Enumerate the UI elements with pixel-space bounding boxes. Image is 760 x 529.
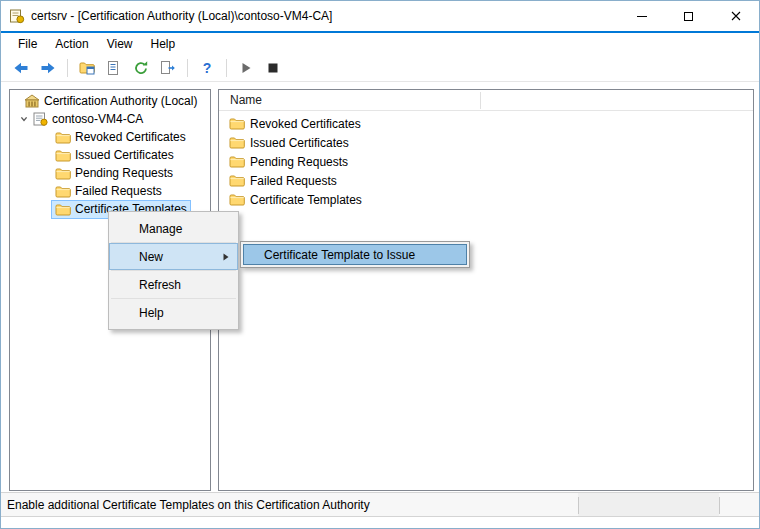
folder-icon <box>55 185 71 198</box>
app-icon <box>9 8 25 24</box>
console-tree-icon[interactable] <box>77 58 97 78</box>
tree-item-label: Certification Authority (Local) <box>44 94 197 108</box>
toolbar-separator <box>226 59 227 77</box>
tree-item-issued-certificates[interactable]: Issued Certificates <box>10 146 210 164</box>
toolbar-separator <box>187 59 188 77</box>
status-divider <box>719 497 720 514</box>
back-icon[interactable] <box>11 58 31 78</box>
folder-icon <box>229 174 245 187</box>
list-item-revoked-certificates[interactable]: Revoked Certificates <box>219 114 753 133</box>
stop-service-icon[interactable] <box>263 58 283 78</box>
tree-item-failed-requests[interactable]: Failed Requests <box>10 182 210 200</box>
submenu-item-certificate-template-to-issue[interactable]: Certificate Template to Issue <box>243 244 467 265</box>
minimize-button[interactable] <box>618 1 665 31</box>
context-menu-item-help[interactable]: Help <box>109 299 238 326</box>
forward-icon[interactable] <box>38 58 58 78</box>
submenu-arrow-icon <box>223 253 229 261</box>
folder-icon <box>55 167 71 180</box>
window-controls <box>618 1 759 31</box>
list-item-label: Failed Requests <box>250 174 337 188</box>
tree-item-label: Revoked Certificates <box>75 130 186 144</box>
certification-authority-icon <box>24 94 40 108</box>
folder-icon <box>55 203 71 216</box>
menu-view[interactable]: View <box>98 34 142 54</box>
export-list-icon[interactable] <box>104 58 124 78</box>
list-item-certificate-templates[interactable]: Certificate Templates <box>219 190 753 209</box>
results-pane: Name Revoked Certificates Issued Certifi… <box>218 89 754 491</box>
context-menu-label: Refresh <box>139 278 181 292</box>
close-button[interactable] <box>712 1 759 31</box>
column-header-name[interactable]: Name <box>219 90 753 111</box>
list-item-label: Revoked Certificates <box>250 117 361 131</box>
list-item-pending-requests[interactable]: Pending Requests <box>219 152 753 171</box>
status-panel <box>578 493 719 516</box>
status-bar: Enable additional Certificate Templates … <box>1 492 759 517</box>
window-title: certsrv - [Certification Authority (Loca… <box>31 9 332 23</box>
status-divider <box>578 497 579 514</box>
help-icon[interactable]: ? <box>197 58 217 78</box>
tree-item-revoked-certificates[interactable]: Revoked Certificates <box>10 128 210 146</box>
folder-icon <box>229 155 245 168</box>
folder-icon <box>55 131 71 144</box>
chevron-expanded-icon[interactable] <box>18 114 30 124</box>
export-icon[interactable] <box>158 58 178 78</box>
column-divider[interactable] <box>480 92 481 109</box>
tree-item-pending-requests[interactable]: Pending Requests <box>10 164 210 182</box>
toolbar-separator <box>67 59 68 77</box>
menu-action[interactable]: Action <box>46 34 97 54</box>
context-submenu: Certificate Template to Issue <box>240 241 470 268</box>
toolbar: ? <box>1 55 759 82</box>
folder-icon <box>229 136 245 149</box>
minimize-icon <box>637 16 647 17</box>
list-item-label: Certificate Templates <box>250 193 362 207</box>
tree-item-label: contoso-VM4-CA <box>52 112 143 126</box>
context-menu: Manage New Refresh Help <box>108 211 239 330</box>
ca-certificate-icon <box>33 112 48 126</box>
list-item-failed-requests[interactable]: Failed Requests <box>219 171 753 190</box>
list-item-label: Issued Certificates <box>250 136 349 150</box>
menu-file[interactable]: File <box>9 34 46 54</box>
context-menu-label: New <box>139 250 163 264</box>
status-text: Enable additional Certificate Templates … <box>1 498 370 512</box>
list-item-label: Pending Requests <box>250 155 348 169</box>
tree-item-contoso-vm4-ca[interactable]: contoso-VM4-CA <box>10 110 210 128</box>
close-icon <box>731 11 741 21</box>
maximize-button[interactable] <box>665 1 712 31</box>
tree-item-label: Pending Requests <box>75 166 173 180</box>
context-menu-item-new[interactable]: New <box>109 243 238 270</box>
context-menu-label: Help <box>139 306 164 320</box>
context-menu-label: Manage <box>139 222 182 236</box>
list-rows: Revoked Certificates Issued Certificates… <box>219 111 753 209</box>
refresh-icon[interactable] <box>131 58 151 78</box>
column-header-label: Name <box>230 93 262 107</box>
tree-item-label: Failed Requests <box>75 184 162 198</box>
tree-item-certification-authority[interactable]: Certification Authority (Local) <box>10 92 210 110</box>
tree-item-label: Issued Certificates <box>75 148 174 162</box>
certsrv-window: certsrv - [Certification Authority (Loca… <box>0 0 760 529</box>
context-menu-item-manage[interactable]: Manage <box>109 215 238 242</box>
folder-icon <box>229 193 245 206</box>
folder-icon <box>55 149 71 162</box>
context-menu-item-refresh[interactable]: Refresh <box>109 271 238 298</box>
start-service-icon[interactable] <box>236 58 256 78</box>
folder-icon <box>229 117 245 130</box>
list-item-issued-certificates[interactable]: Issued Certificates <box>219 133 753 152</box>
title-bar[interactable]: certsrv - [Certification Authority (Loca… <box>1 1 759 31</box>
menu-bar: File Action View Help <box>1 33 759 55</box>
menu-help[interactable]: Help <box>142 34 185 54</box>
maximize-icon <box>684 12 693 21</box>
